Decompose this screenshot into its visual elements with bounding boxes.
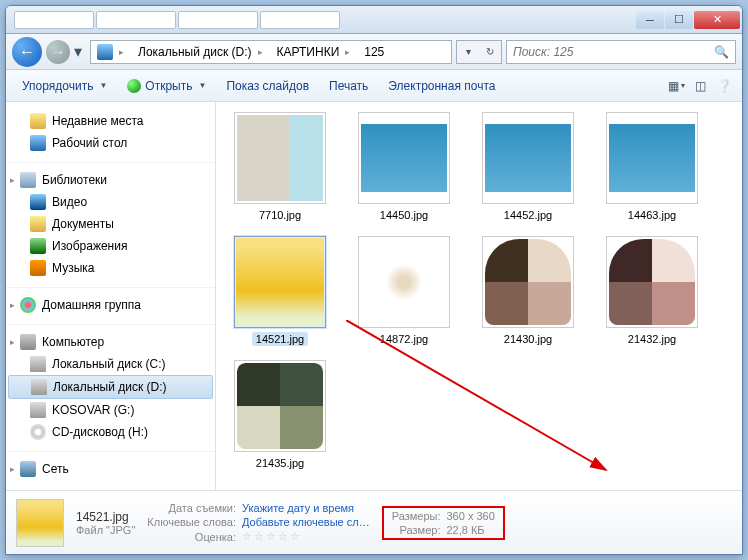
network-icon (20, 461, 36, 477)
library-icon (20, 172, 36, 188)
print-button[interactable]: Печать (321, 75, 376, 97)
title-tab[interactable] (96, 11, 176, 29)
file-name: 14521.jpg (252, 332, 308, 346)
sidebar-item-pictures[interactable]: Изображения (6, 235, 215, 257)
file-thumbnail (234, 112, 326, 204)
file-item[interactable]: 14463.jpg (602, 112, 702, 222)
organize-button[interactable]: Упорядочить▼ (14, 75, 115, 97)
nav-bar: ← → ▾ ▸ Локальный диск (D:)▸ КАРТИНКИ▸ 1… (6, 34, 742, 70)
details-dimensions-label: Размеры: (392, 510, 441, 522)
file-name: 14872.jpg (376, 332, 432, 346)
pictures-icon (30, 238, 46, 254)
file-name: 14463.jpg (624, 208, 680, 222)
close-button[interactable]: ✕ (694, 11, 740, 29)
sidebar-item-video[interactable]: Видео (6, 191, 215, 213)
details-filename: 14521.jpg (76, 510, 135, 524)
file-view[interactable]: 7710.jpg14450.jpg14452.jpg14463.jpg14521… (216, 102, 742, 490)
crumb-root[interactable]: ▸ (91, 41, 132, 63)
sidebar-item-drive-c[interactable]: Локальный диск (C:) (6, 353, 215, 375)
sidebar-item-desktop[interactable]: Рабочий стол (6, 132, 215, 154)
title-tab[interactable] (178, 11, 258, 29)
music-icon (30, 260, 46, 276)
minimize-button[interactable]: ─ (636, 11, 664, 29)
sidebar-item-drive-cd[interactable]: CD-дисковод (H:) (6, 421, 215, 443)
file-item[interactable]: 14872.jpg (354, 236, 454, 346)
drive-icon (30, 356, 46, 372)
file-thumbnail (606, 236, 698, 328)
folder-icon (30, 113, 46, 129)
details-highlight-box: Размеры: 360 x 360 Размер: 22,8 КБ (382, 506, 505, 540)
file-name: 14450.jpg (376, 208, 432, 222)
file-thumbnail (482, 112, 574, 204)
sidebar-item-drive-g[interactable]: KOSOVAR (G:) (6, 399, 215, 421)
sidebar-computer[interactable]: ▸Компьютер (6, 331, 215, 353)
details-dimensions-value: 360 x 360 (446, 510, 494, 522)
sidebar-item-recent[interactable]: Недавние места (6, 110, 215, 132)
open-icon (127, 79, 141, 93)
search-input[interactable] (513, 45, 714, 59)
forward-button[interactable]: → (46, 40, 70, 64)
title-tab[interactable] (260, 11, 340, 29)
sidebar-item-music[interactable]: Музыка (6, 257, 215, 279)
toolbar: Упорядочить▼ Открыть▼ Показ слайдов Печа… (6, 70, 742, 102)
file-item[interactable]: 14521.jpg (230, 236, 330, 346)
details-pane: 14521.jpg Файл "JPG" Дата съемки: Укажит… (6, 490, 742, 554)
sidebar-item-documents[interactable]: Документы (6, 213, 215, 235)
file-thumbnail (234, 236, 326, 328)
maximize-button[interactable]: ☐ (665, 11, 693, 29)
nav-tree: Недавние места Рабочий стол ▸Библиотеки … (6, 102, 216, 490)
cd-icon (30, 424, 46, 440)
view-options-button[interactable]: ▦▾ (666, 76, 686, 96)
search-box[interactable]: 🔍 (506, 40, 736, 64)
details-size-value: 22,8 КБ (446, 524, 494, 536)
email-button[interactable]: Электронная почта (380, 75, 503, 97)
file-thumbnail (358, 112, 450, 204)
crumb-folder2[interactable]: 125 (358, 41, 390, 63)
computer-icon (20, 334, 36, 350)
refresh-button[interactable]: ↻ (479, 41, 501, 63)
sidebar-network[interactable]: ▸Сеть (6, 458, 215, 480)
file-name: 21430.jpg (500, 332, 556, 346)
homegroup-icon (20, 297, 36, 313)
sidebar-homegroup[interactable]: ▸Домашняя группа (6, 294, 215, 316)
details-date-value[interactable]: Укажите дату и время (242, 502, 370, 514)
file-item[interactable]: 21430.jpg (478, 236, 578, 346)
sidebar-item-drive-d[interactable]: Локальный диск (D:) (8, 375, 213, 399)
history-dropdown[interactable]: ▾ (74, 42, 86, 61)
open-button[interactable]: Открыть▼ (119, 75, 214, 97)
file-name: 7710.jpg (255, 208, 305, 222)
details-rating-label: Оценка: (147, 531, 236, 543)
file-item[interactable]: 21432.jpg (602, 236, 702, 346)
file-item[interactable]: 14450.jpg (354, 112, 454, 222)
crumb-folder1[interactable]: КАРТИНКИ▸ (271, 41, 359, 63)
file-name: 14452.jpg (500, 208, 556, 222)
file-thumbnail (358, 236, 450, 328)
file-item[interactable]: 14452.jpg (478, 112, 578, 222)
desktop-icon (30, 135, 46, 151)
details-filetype: Файл "JPG" (76, 524, 135, 536)
details-keywords-value[interactable]: Добавьте ключевые сл… (242, 516, 370, 528)
file-thumbnail (234, 360, 326, 452)
details-keywords-label: Ключевые слова: (147, 516, 236, 528)
title-tabs (8, 11, 636, 29)
back-button[interactable]: ← (12, 37, 42, 67)
file-item[interactable]: 21435.jpg (230, 360, 330, 470)
search-icon: 🔍 (714, 45, 729, 59)
slideshow-button[interactable]: Показ слайдов (218, 75, 317, 97)
title-tab[interactable] (14, 11, 94, 29)
file-name: 21435.jpg (252, 456, 308, 470)
crumb-drive[interactable]: Локальный диск (D:)▸ (132, 41, 271, 63)
sidebar-libraries[interactable]: ▸Библиотеки (6, 169, 215, 191)
breadcrumb[interactable]: ▸ Локальный диск (D:)▸ КАРТИНКИ▸ 125 (90, 40, 452, 64)
details-size-label: Размер: (392, 524, 441, 536)
drive-icon (30, 402, 46, 418)
breadcrumb-dropdown[interactable]: ▾ (457, 41, 479, 63)
help-button[interactable]: ❔ (714, 76, 734, 96)
file-thumbnail (482, 236, 574, 328)
file-item[interactable]: 7710.jpg (230, 112, 330, 222)
explorer-window: ─ ☐ ✕ ← → ▾ ▸ Локальный диск (D:)▸ КАРТИ… (5, 5, 743, 555)
preview-pane-button[interactable]: ◫ (690, 76, 710, 96)
details-rating-value[interactable]: ☆☆☆☆☆ (242, 530, 370, 543)
documents-icon (30, 216, 46, 232)
file-thumbnail (606, 112, 698, 204)
